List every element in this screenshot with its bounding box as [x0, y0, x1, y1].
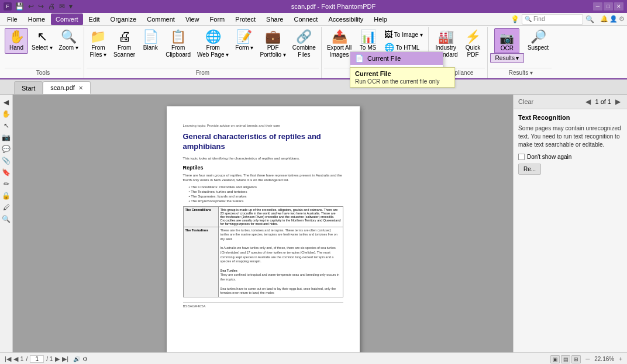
ocr-top-button[interactable]: 📷 OCR	[494, 28, 519, 53]
lt-snapshot-tool[interactable]: 📷	[1, 132, 12, 143]
rp-next-btn[interactable]: ▶	[614, 97, 622, 106]
pdf-header: Learning topic: Provide advice on animal…	[183, 124, 343, 127]
title-bar: F 💾 ↩ ↪ 🖨 ✉ ▾ scan.pdf - Foxit PhantomPD…	[0, 0, 627, 13]
doc-tabs: Start scan.pdf ✕	[0, 79, 627, 95]
content-area: Learning topic: Provide advice on animal…	[13, 95, 513, 352]
table-cell-test-header: The Testudines	[183, 227, 218, 297]
settings-icon[interactable]: ⚙	[619, 15, 625, 23]
rp-body: Text Recognition Some pages may contain …	[514, 109, 627, 179]
from-files-icon: 📁	[90, 30, 106, 43]
hand-button[interactable]: ✋ Hand	[5, 28, 28, 54]
account-icon[interactable]: 👤	[609, 15, 618, 23]
to-image-button[interactable]: 🖼 To Image ▾	[381, 28, 426, 41]
menu-file[interactable]: File	[2, 13, 22, 25]
restore-btn[interactable]: □	[604, 2, 613, 11]
hand-icon: ✋	[9, 30, 25, 43]
page-input[interactable]	[30, 355, 44, 363]
from-web-page-button[interactable]: 🌐 FromWeb Page ▾	[194, 28, 232, 61]
nav-arrow-button[interactable]: ◀	[1, 97, 12, 108]
menu-view[interactable]: View	[181, 13, 204, 25]
search-input[interactable]	[533, 16, 580, 22]
view-single-btn[interactable]: ▣	[550, 355, 560, 363]
pdf-portfolio-icon: 💼	[265, 30, 281, 43]
dropdown-item-current-file[interactable]: 📄 Current File	[350, 52, 443, 65]
tab-start[interactable]: Start	[14, 81, 43, 94]
pdf-bullet-1: • The Crocodilians: crocodiles and allig…	[189, 185, 343, 189]
prev-page-btn[interactable]: ◀	[13, 355, 18, 363]
rp-action-button[interactable]: Re...	[518, 164, 541, 175]
print-btn[interactable]: 🖨	[47, 2, 56, 11]
lt-lock-tool[interactable]: 🔒	[1, 190, 12, 201]
dont-show-checkbox[interactable]	[518, 154, 525, 160]
email-btn[interactable]: ✉	[58, 2, 66, 11]
rp-clear-button[interactable]: Clear	[518, 98, 533, 105]
next-page-btn[interactable]: ▶	[55, 355, 60, 363]
suspect-button[interactable]: 🔎 Suspect	[525, 28, 552, 54]
to-html-icon: 🌐	[384, 43, 394, 52]
tooltip-body: Run OCR on the current file only	[355, 78, 450, 85]
tab-close-icon[interactable]: ✕	[78, 85, 83, 91]
rp-section-title: Text Recognition	[518, 114, 622, 121]
search-bar: 🔍	[522, 14, 583, 25]
form-button[interactable]: 📝 Form ▾	[232, 28, 256, 54]
menu-home[interactable]: Home	[23, 13, 50, 25]
undo-btn[interactable]: ↩	[27, 2, 35, 11]
pdf-bullet-4: • The Rhynchocephalia: the tuatara	[189, 199, 343, 203]
pdf-page: Learning topic: Provide advice on animal…	[167, 106, 360, 352]
zoom-button[interactable]: 🔍 Zoom ▾	[56, 28, 81, 54]
from-scanner-button[interactable]: 🖨 FromScanner	[111, 28, 138, 61]
lt-comment-tool[interactable]: 💬	[1, 144, 12, 154]
menu-organize[interactable]: Organize	[106, 13, 142, 25]
status-bar: |◀ ◀ 1 / / 1 ▶ ▶| 🔊 ⚙ ▣ ▤ ⊞ ─ 22.16% +	[0, 352, 627, 364]
zoom-in-btn[interactable]: +	[619, 356, 622, 362]
view-facing-btn[interactable]: ⊞	[571, 355, 581, 363]
close-btn[interactable]: ✕	[614, 2, 623, 11]
save-btn[interactable]: 💾	[14, 2, 25, 11]
notif-icon[interactable]: 🔔	[600, 15, 608, 23]
menu-form[interactable]: Form	[205, 13, 230, 25]
lt-draw-tool[interactable]: ✏	[1, 179, 12, 189]
menu-connect[interactable]: Connect	[289, 13, 322, 25]
redo-btn[interactable]: ↪	[37, 2, 45, 11]
lt-stamp-tool[interactable]: 🔖	[1, 167, 12, 178]
lt-edit-tool[interactable]: 🖊	[1, 202, 12, 213]
zoom-level: 22.16%	[594, 356, 614, 362]
lt-attach-tool[interactable]: 📎	[1, 155, 12, 166]
rp-header: Clear ◀ 1 of 1 ▶	[514, 95, 627, 109]
from-files-button[interactable]: 📁 FromFiles ▾	[87, 28, 110, 61]
lt-select-tool[interactable]: ↖	[1, 120, 12, 131]
window-controls: ─ □ ✕	[593, 2, 623, 11]
audio-btn[interactable]: 🔊	[73, 356, 80, 362]
select-button[interactable]: ↖ Select ▾	[29, 28, 56, 54]
pdf-table: The Crocodilians This group is made up o…	[183, 206, 343, 297]
first-page-btn[interactable]: |◀	[5, 355, 11, 363]
tooltip-title: Current File	[355, 70, 450, 77]
menu-comment[interactable]: Comment	[142, 13, 180, 25]
menu-share[interactable]: Share	[261, 13, 288, 25]
ocr-dropdown-button[interactable]: Results ▾	[490, 53, 524, 63]
pdf-portfolio-button[interactable]: 💼 PDFPortfolio ▾	[257, 28, 288, 61]
combine-files-button[interactable]: 🔗 CombineFiles	[290, 28, 319, 61]
lt-magnify-tool[interactable]: 🔍	[1, 214, 12, 224]
minimize-btn[interactable]: ─	[593, 2, 602, 11]
quick-pdf-icon: ⚡	[465, 30, 481, 43]
qat-expand[interactable]: ▾	[68, 2, 74, 11]
lt-hand-tool[interactable]: ✋	[1, 109, 12, 119]
menu-protect[interactable]: Protect	[230, 13, 260, 25]
tab-scan-pdf[interactable]: scan.pdf ✕	[43, 81, 91, 94]
menu-help[interactable]: Help	[369, 13, 392, 25]
table-row: The Testudines These are the turtles, to…	[183, 227, 343, 297]
view-continuous-btn[interactable]: ▤	[561, 355, 570, 363]
settings-btn[interactable]: ⚙	[82, 356, 88, 362]
rp-prev-btn[interactable]: ◀	[584, 97, 592, 106]
combine-files-icon: 🔗	[296, 30, 312, 43]
from-clipboard-button[interactable]: 📋 FromClipboard	[163, 28, 194, 61]
menu-accessibility[interactable]: Accessibility	[323, 13, 368, 25]
quick-pdf-button[interactable]: ⚡ QuickPDF	[461, 28, 485, 61]
zoom-out-btn[interactable]: ─	[585, 356, 590, 362]
menu-convert[interactable]: Convert	[51, 13, 83, 25]
search-submit[interactable]: 🔍	[585, 15, 594, 23]
last-page-btn[interactable]: ▶|	[62, 355, 68, 363]
menu-edit[interactable]: Edit	[84, 13, 105, 25]
blank-button[interactable]: 📄 Blank	[139, 28, 162, 54]
